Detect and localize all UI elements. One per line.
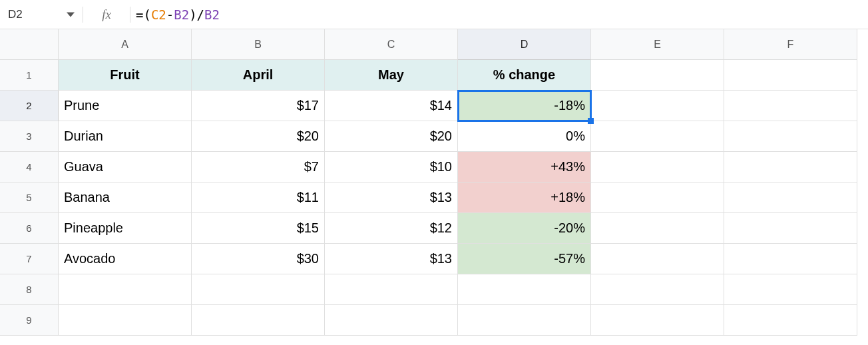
cell-e3[interactable] xyxy=(591,121,724,152)
cell-d4[interactable]: +43% xyxy=(458,152,591,182)
row-header-8[interactable]: 8 xyxy=(0,274,59,305)
cell-e7[interactable] xyxy=(591,244,724,274)
row-header-4[interactable]: 4 xyxy=(0,152,59,182)
cell-a6[interactable]: Pineapple xyxy=(59,213,192,244)
cell-b3[interactable]: $20 xyxy=(192,121,325,152)
row-header-6[interactable]: 6 xyxy=(0,213,59,244)
col-header-e[interactable]: E xyxy=(591,29,724,60)
cell-e6[interactable] xyxy=(591,213,724,244)
row-header-3[interactable]: 3 xyxy=(0,121,59,152)
cell-d1[interactable]: % change xyxy=(458,60,591,91)
cell-d8[interactable] xyxy=(458,274,591,305)
row-header-1[interactable]: 1 xyxy=(0,60,59,91)
cell-f9[interactable] xyxy=(724,305,857,336)
formula-bar: D2 fx =(C2-B2)/B2 xyxy=(0,0,868,29)
cell-b5[interactable]: $11 xyxy=(192,182,325,213)
cell-f4[interactable] xyxy=(724,152,857,182)
formula-input[interactable]: =(C2-B2)/B2 xyxy=(130,0,868,29)
cell-c5[interactable]: $13 xyxy=(325,182,458,213)
cell-a2[interactable]: Prune xyxy=(59,91,192,121)
formula-token: / xyxy=(197,7,204,22)
row-header-7[interactable]: 7 xyxy=(0,244,59,274)
cell-b4[interactable]: $7 xyxy=(192,152,325,182)
formula-ref-b2: B2 xyxy=(204,7,220,22)
col-header-b[interactable]: B xyxy=(192,29,325,60)
cell-d9[interactable] xyxy=(458,305,591,336)
cell-f7[interactable] xyxy=(724,244,857,274)
cell-c8[interactable] xyxy=(325,274,458,305)
cell-c1[interactable]: May xyxy=(325,60,458,91)
cell-b9[interactable] xyxy=(192,305,325,336)
row-header-5[interactable]: 5 xyxy=(0,182,59,213)
cell-f8[interactable] xyxy=(724,274,857,305)
cell-b1[interactable]: April xyxy=(192,60,325,91)
cell-f3[interactable] xyxy=(724,121,857,152)
select-all-corner[interactable] xyxy=(0,29,59,60)
formula-token: ( xyxy=(143,7,150,22)
cell-b8[interactable] xyxy=(192,274,325,305)
cell-b2[interactable]: $17 xyxy=(192,91,325,121)
cell-f1[interactable] xyxy=(724,60,857,91)
cell-c4[interactable]: $10 xyxy=(325,152,458,182)
cell-f2[interactable] xyxy=(724,91,857,121)
cell-f6[interactable] xyxy=(724,213,857,244)
fx-icon[interactable]: fx xyxy=(83,0,130,29)
cell-d6[interactable]: -20% xyxy=(458,213,591,244)
formula-token: - xyxy=(166,7,174,22)
formula-ref-c2: C2 xyxy=(151,7,166,22)
name-box-dropdown[interactable] xyxy=(59,0,83,29)
cell-e4[interactable] xyxy=(591,152,724,182)
cell-f5[interactable] xyxy=(724,182,857,213)
spreadsheet-grid: A B C D E F 1 Fruit April May % change 2… xyxy=(0,29,868,336)
cell-b7[interactable]: $30 xyxy=(192,244,325,274)
dropdown-icon xyxy=(67,11,75,19)
cell-d3[interactable]: 0% xyxy=(458,121,591,152)
cell-e1[interactable] xyxy=(591,60,724,91)
cell-e2[interactable] xyxy=(591,91,724,121)
cell-c3[interactable]: $20 xyxy=(325,121,458,152)
name-box[interactable]: D2 xyxy=(0,0,59,29)
cell-a1[interactable]: Fruit xyxy=(59,60,192,91)
formula-ref-b2: B2 xyxy=(174,7,189,22)
col-header-a[interactable]: A xyxy=(59,29,192,60)
formula-token: = xyxy=(136,7,143,22)
formula-token: ) xyxy=(189,7,196,22)
cell-d2[interactable]: -18% xyxy=(458,91,591,121)
cell-c2[interactable]: $14 xyxy=(325,91,458,121)
col-header-d[interactable]: D xyxy=(458,29,591,60)
col-header-c[interactable]: C xyxy=(325,29,458,60)
cell-a5[interactable]: Banana xyxy=(59,182,192,213)
cell-a8[interactable] xyxy=(59,274,192,305)
row-header-9[interactable]: 9 xyxy=(0,305,59,336)
cell-e5[interactable] xyxy=(591,182,724,213)
cell-c7[interactable]: $13 xyxy=(325,244,458,274)
cell-d7[interactable]: -57% xyxy=(458,244,591,274)
fill-handle[interactable] xyxy=(588,118,594,124)
cell-d5[interactable]: +18% xyxy=(458,182,591,213)
cell-c9[interactable] xyxy=(325,305,458,336)
cell-a9[interactable] xyxy=(59,305,192,336)
cell-c6[interactable]: $12 xyxy=(325,213,458,244)
cell-a3[interactable]: Durian xyxy=(59,121,192,152)
col-header-f[interactable]: F xyxy=(724,29,857,60)
cell-b6[interactable]: $15 xyxy=(192,213,325,244)
cell-e8[interactable] xyxy=(591,274,724,305)
cell-a4[interactable]: Guava xyxy=(59,152,192,182)
cell-a7[interactable]: Avocado xyxy=(59,244,192,274)
cell-e9[interactable] xyxy=(591,305,724,336)
row-header-2[interactable]: 2 xyxy=(0,91,59,121)
